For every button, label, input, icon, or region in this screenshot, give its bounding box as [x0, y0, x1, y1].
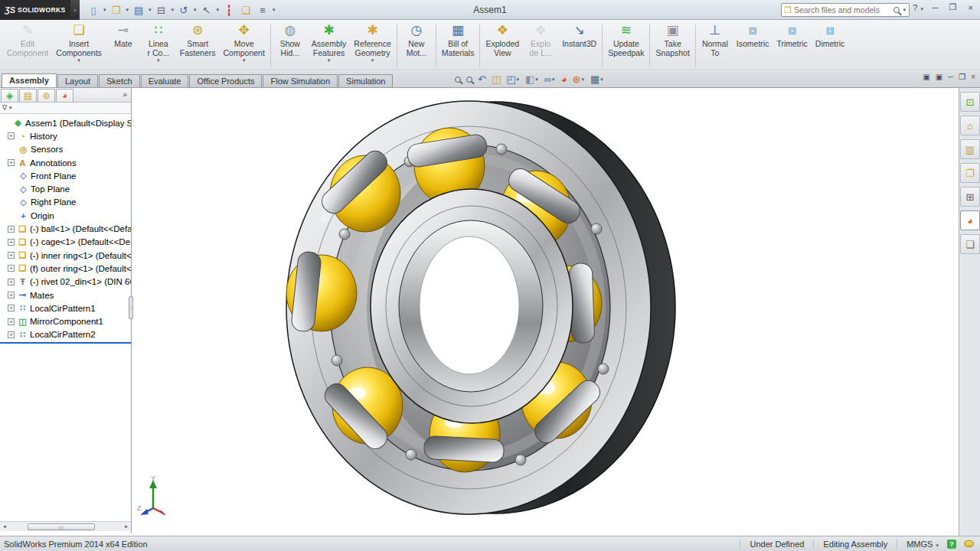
search-dropdown[interactable]: ▾ [902, 7, 906, 13]
restore-button[interactable]: ❐ [946, 2, 959, 12]
move-component-button[interactable]: ✥MoveComponent▾ [220, 21, 269, 70]
options-button[interactable]: ≡ [255, 2, 270, 18]
tree-item[interactable]: +AAnnotations [0, 156, 131, 169]
print-button-dropdown[interactable]: ▾ [171, 7, 175, 13]
expand-toggle[interactable]: + [8, 265, 15, 272]
tab-layout[interactable]: Layout [57, 74, 98, 87]
undo-button[interactable]: ↺ [176, 2, 191, 18]
tree-item[interactable]: +Origin [0, 209, 131, 222]
tab-sketch[interactable]: Sketch [99, 74, 140, 87]
unit-system-selector[interactable]: MMGS ▾ [897, 539, 942, 549]
assembly-features-button[interactable]: ✱AssemblyFeatures▾ [308, 21, 351, 70]
tree-item[interactable]: +❏(-) cage<1> (Default<<De [0, 236, 131, 249]
save-button-dropdown[interactable]: ▾ [148, 7, 152, 13]
view-orientation-button-dropdown[interactable]: ▾ [516, 77, 521, 83]
tree-item[interactable]: +◔History [0, 129, 131, 142]
new-document-button[interactable]: ▯ [86, 2, 101, 18]
custom-properties-button[interactable]: ❏ [960, 234, 980, 254]
edit-appearance-button[interactable]: ◕ [560, 72, 569, 86]
expand-toggle[interactable]: + [8, 279, 15, 285]
options-button-dropdown[interactable]: ▾ [272, 7, 276, 13]
inner-ring[interactable] [371, 189, 573, 423]
tree-item[interactable]: ◈Assem1 (Default<Display Sta [0, 116, 131, 129]
tree-item[interactable]: ◇Top Plane [0, 182, 131, 195]
apply-scene-button-dropdown[interactable]: ▾ [580, 77, 585, 83]
expand-toggle[interactable]: + [8, 132, 15, 139]
insert-components-button[interactable]: ❏InsertComponents▾ [52, 21, 106, 70]
propertymanager-tab[interactable]: ▤ [19, 89, 37, 102]
view-orientation-button[interactable]: ◰▾ [505, 72, 521, 86]
view-palette-button[interactable]: ⊞ [960, 187, 980, 207]
tab-office-products[interactable]: Office Products [189, 74, 262, 87]
update-speedpak-button[interactable]: ≋UpdateSpeedpak [604, 21, 648, 70]
search-icon[interactable] [893, 7, 900, 13]
rollback-bar[interactable] [0, 342, 131, 344]
tree-item[interactable]: +Ŧ(-) rivet 02_din<1> (DIN 66 [0, 276, 131, 289]
expand-toggle[interactable]: + [8, 331, 15, 338]
instant3d-button[interactable]: ↘Instant3D [558, 21, 600, 70]
search-input[interactable] [794, 5, 892, 15]
new-motion-study-button[interactable]: ◷NewMot... [399, 21, 434, 70]
undo-button-dropdown[interactable]: ▾ [193, 7, 198, 13]
display-style-button[interactable]: ◧▾ [524, 72, 541, 86]
display-style-button-dropdown[interactable]: ▾ [534, 77, 539, 83]
tree-item[interactable]: +∷LocalCirPattern2 [0, 328, 131, 341]
home-button[interactable]: ⌂ [960, 116, 980, 135]
featuremanager-tab[interactable]: ◈ [1, 89, 18, 102]
tree-horizontal-scrollbar[interactable]: ◂ ||| ▸ [0, 521, 131, 531]
expand-toggle[interactable]: + [8, 252, 15, 259]
tab-evaluate[interactable]: Evaluate [141, 74, 189, 87]
smart-fasteners-button[interactable]: ⊛SmartFasteners [176, 21, 220, 70]
hide-show-items-button[interactable]: ∞▾ [543, 72, 557, 86]
panel-splitter-handle[interactable]: ⋮ [129, 296, 133, 319]
tree-filter-bar[interactable]: ∇ ▾ [0, 103, 131, 114]
tree-item[interactable]: +❏(-) inner ring<1> (Default< [0, 249, 131, 262]
tree-item[interactable]: +∷LocalCirPattern1 [0, 302, 131, 315]
doc-minimize-button[interactable]: ─ [948, 73, 953, 81]
select-button[interactable]: ↖ [199, 2, 214, 18]
scroll-right-arrow[interactable]: ▸ [122, 523, 131, 530]
tree-item[interactable]: +❏(-) ball<1> (Default<<Defa [0, 222, 131, 235]
move-component-button-dropdown[interactable]: ▾ [243, 57, 246, 64]
menu-flyout-arrow[interactable]: › [70, 0, 80, 20]
normal-to-button[interactable]: ⊥NormalTo [697, 21, 733, 70]
tab-flow-simulation[interactable]: Flow Simulation [263, 74, 338, 87]
bill-of-materials-button[interactable]: ▦Bill ofMaterials [438, 21, 479, 70]
displaymanager-tab[interactable]: ◕ [56, 89, 74, 102]
exploded-view-button[interactable]: ❖ExplodedView [482, 21, 523, 70]
graphics-viewport[interactable]: Y Z [0, 88, 959, 536]
tab-assembly[interactable]: Assembly [2, 73, 57, 87]
minimize-button[interactable]: ─ [929, 3, 942, 12]
file-explorer-button[interactable]: ❐ [960, 163, 980, 183]
doc-tile-icon[interactable]: ▣ [936, 73, 942, 81]
print-button[interactable]: ⊟ [154, 2, 169, 18]
section-view-button[interactable]: ◫ [490, 72, 502, 86]
expand-toggle[interactable]: + [8, 226, 15, 233]
expand-toggle[interactable]: + [8, 292, 15, 298]
apply-scene-button[interactable]: ⊛▾ [570, 72, 586, 86]
linear-component-pattern-button[interactable]: ∷Linear Co...▾ [141, 21, 176, 70]
configurationmanager-tab[interactable]: ⊚ [38, 89, 55, 102]
isometric-button[interactable]: ⧈Isometric [733, 21, 773, 70]
tree-item[interactable]: ◎Sensors [0, 143, 131, 156]
open-button[interactable]: ❐ [109, 2, 124, 18]
tree-item[interactable]: ◇Front Plane [0, 169, 131, 182]
select-button-dropdown[interactable]: ▾ [216, 7, 220, 13]
scroll-thumb[interactable]: ||| [28, 523, 95, 530]
appearances-button[interactable]: ◕ [960, 210, 980, 230]
show-hidden-components-button[interactable]: ◍ShowHid... [273, 21, 308, 70]
tree-item[interactable]: +◫MirrorComponent1 [0, 315, 131, 328]
solidworks-resources-button[interactable]: ⊡ [960, 92, 980, 112]
expand-toggle[interactable]: + [8, 159, 15, 166]
view-settings-button-dropdown[interactable]: ▾ [599, 77, 604, 83]
help-button[interactable]: ? ▾ [913, 3, 924, 12]
mate-button[interactable]: ⊸Mate [106, 21, 141, 70]
design-library-button[interactable]: ▥ [960, 139, 980, 159]
doc-restore-button[interactable]: ❐ [959, 73, 965, 81]
zoom-to-fit-button[interactable] [453, 75, 462, 84]
assembly-features-button-dropdown[interactable]: ▾ [328, 57, 331, 64]
dimetric-button[interactable]: ⧈Dimetric [812, 21, 849, 70]
tags-icon[interactable] [964, 540, 974, 547]
doc-cascade-icon[interactable]: ▣ [923, 73, 929, 81]
reference-geometry-button[interactable]: ✱ReferenceGeometry▾ [350, 21, 394, 70]
